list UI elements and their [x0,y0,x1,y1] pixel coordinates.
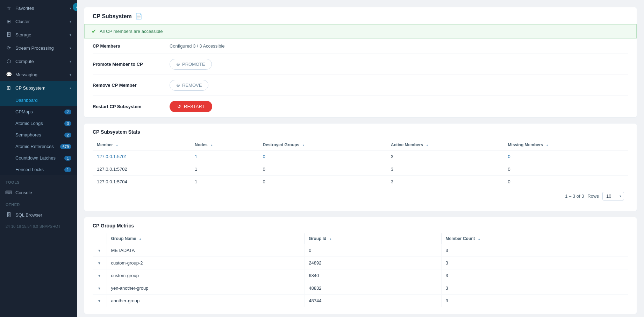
sort-icon: ▲ [302,143,305,147]
expand-row-1[interactable]: ▾ [97,247,102,254]
chevron-up-icon: ▴ [70,86,71,90]
sidebar-sub-item-countdown-latches[interactable]: Countdown Latches 1 [0,152,77,164]
storage-icon: 🗄 [6,31,12,38]
sidebar-item-favorites-label: Favorites [15,6,34,11]
expand-row-5[interactable]: ▾ [97,298,102,304]
group-name-4: yen-another-group [107,282,305,295]
missing-members-link-1[interactable]: 0 [508,154,510,159]
sidebar-sub-item-cpmaps[interactable]: CPMaps 7 [0,106,77,118]
sidebar-item-compute-label: Compute [15,59,34,64]
member-count-1: 3 [441,244,628,257]
group-name-2: custom-group-2 [107,257,305,269]
table-row: ▾ yen-another-group 48832 3 [93,282,628,295]
check-circle-icon: ✔ [92,28,96,35]
group-metrics-title: CP Group Metrics [93,223,628,228]
sidebar-item-messaging[interactable]: 💬 Messaging ▾ [0,68,77,81]
sort-icon: ▲ [115,143,119,147]
sort-icon: ▲ [210,143,213,147]
group-name-5: another-group [107,295,305,307]
alert-success: ✔ All CP members are accessible [84,24,637,38]
sidebar-item-sql-browser[interactable]: 🗄 SQL Browser [0,208,77,221]
stats-table-body: 127.0.0.1:5701 1 0 3 0 127.0.0.1:5702 1 … [93,150,628,188]
group-id-2: 24892 [305,257,441,269]
sidebar: « ☆ Favorites ▾ ⊞ Cluster ▾ 🗄 Storage ▾ [0,0,77,317]
console-icon: ⌨ [6,189,12,196]
sort-icon: ▲ [139,237,142,241]
stats-card: CP Subsystem Stats Member ▲ Nodes ▲ [84,123,637,211]
col-nodes[interactable]: Nodes ▲ [191,140,259,150]
sidebar-item-storage[interactable]: 🗄 Storage ▾ [0,28,77,41]
sidebar-sub-item-semaphores[interactable]: Semaphores 2 [0,129,77,141]
promote-button[interactable]: ⊕ PROMOTE [170,59,212,70]
expand-row-3[interactable]: ▾ [97,273,102,279]
group-id-1: 0 [305,244,441,257]
col-missing-members[interactable]: Missing Members ▲ [504,140,628,150]
col-member-count[interactable]: Member Count ▲ [441,233,628,244]
sidebar-sub-semaphores-label: Semaphores [15,132,41,138]
member-2: 127.0.0.1:5702 [93,163,191,176]
missing-members-2: 0 [504,163,628,176]
cp-members-value: Configured 3 / 3 Accessible [170,43,225,49]
sidebar-item-storage-label: Storage [15,32,31,37]
col-group-id[interactable]: Group Id ▲ [305,233,441,244]
table-row: 127.0.0.1:5704 1 0 3 0 [93,176,628,188]
sidebar-item-cluster-label: Cluster [15,19,30,24]
remove-circle-icon: ⊖ [176,83,180,88]
group-metrics-card: CP Group Metrics Group Name ▲ Group Id ▲ [84,217,637,314]
stream-processing-icon: ⟳ [6,45,12,51]
expand-row-4[interactable]: ▾ [97,285,102,291]
remove-row: Remove CP Member ⊖ REMOVE [93,75,628,96]
doc-icon[interactable]: 📄 [135,13,142,20]
sidebar-sub-item-atomic-longs[interactable]: Atomic Longs 3 [0,118,77,129]
restart-row: Restart CP Subsystem ↺ RESTART [93,96,628,117]
member-3: 127.0.0.1:5704 [93,176,191,188]
expand-row-2[interactable]: ▾ [97,260,102,266]
compute-icon: ⬡ [6,58,12,64]
sidebar-main-items: ☆ Favorites ▾ ⊞ Cluster ▾ 🗄 Storage ▾ ⟳ … [0,0,77,177]
chevron-down-icon: ▾ [70,33,71,37]
messaging-icon: 💬 [6,71,12,78]
content-area: CP Subsystem 📄 ✔ All CP members are acce… [77,0,644,317]
rows-per-page-select[interactable]: 10 25 50 100 [602,192,624,200]
col-member[interactable]: Member ▲ [93,140,191,150]
sidebar-item-console-label: Console [15,190,32,195]
group-metrics-table: Group Name ▲ Group Id ▲ Member Count ▲ [93,233,628,307]
remove-btn-label: REMOVE [182,83,202,88]
sidebar-sub-item-dashboard[interactable]: Dashboard [0,94,77,106]
atomic-references-badge: 679 [60,144,71,149]
sidebar-item-compute[interactable]: ⬡ Compute ▾ [0,55,77,68]
form-section: CP Members Configured 3 / 3 Accessible P… [84,38,637,117]
chevron-down-icon: ▾ [70,20,71,23]
group-name-3: custom-group [107,269,305,282]
sidebar-item-favorites[interactable]: ☆ Favorites ▾ [0,1,77,15]
pagination-text: 1 – 3 of 3 [565,193,584,199]
promote-circle-icon: ⊕ [176,62,180,67]
destroyed-groups-link-1[interactable]: 0 [263,154,265,159]
table-row: ▾ METADATA 0 3 [93,244,628,257]
col-destroyed-groups[interactable]: Destroyed Groups ▲ [259,140,387,150]
restart-button[interactable]: ↺ RESTART [170,101,212,112]
restart-btn-label: RESTART [184,104,205,109]
sidebar-sub-countdown-latches-label: Countdown Latches [15,155,56,161]
sidebar-sub-item-atomic-references[interactable]: Atomic References 679 [0,141,77,152]
sidebar-item-cp-subsystem[interactable]: ⊞ CP Subsystem ▴ [0,81,77,94]
countdown-latches-badge: 1 [64,156,71,161]
sidebar-item-console[interactable]: ⌨ Console [0,186,77,199]
sidebar-sub-item-fenced-locks[interactable]: Fenced Locks 1 [0,164,77,175]
group-metrics-section: CP Group Metrics Group Name ▲ Group Id ▲ [84,217,637,314]
member-link-1[interactable]: 127.0.0.1:5701 [97,154,127,159]
group-metrics-head: Group Name ▲ Group Id ▲ Member Count ▲ [93,233,628,244]
col-group-name[interactable]: Group Name ▲ [107,233,305,244]
remove-button[interactable]: ⊖ REMOVE [170,80,208,91]
nodes-link-1[interactable]: 1 [195,154,197,159]
sidebar-item-stream-processing[interactable]: ⟳ Stream Processing ▾ [0,41,77,55]
table-row: ▾ custom-group-2 24892 3 [93,257,628,269]
sql-browser-icon: 🗄 [6,212,12,218]
version-text: 24-10-18 15:54 6.0-SNAPSHOT [0,221,77,231]
sidebar-sub-atomic-references-label: Atomic References [15,144,54,149]
sidebar-sub-menu: Dashboard CPMaps 7 Atomic Longs 3 Semaph… [0,94,77,175]
sidebar-item-cluster[interactable]: ⊞ Cluster ▾ [0,15,77,28]
restart-icon: ↺ [177,104,181,109]
nodes-3: 1 [191,176,259,188]
col-active-members[interactable]: Active Members ▲ [387,140,504,150]
